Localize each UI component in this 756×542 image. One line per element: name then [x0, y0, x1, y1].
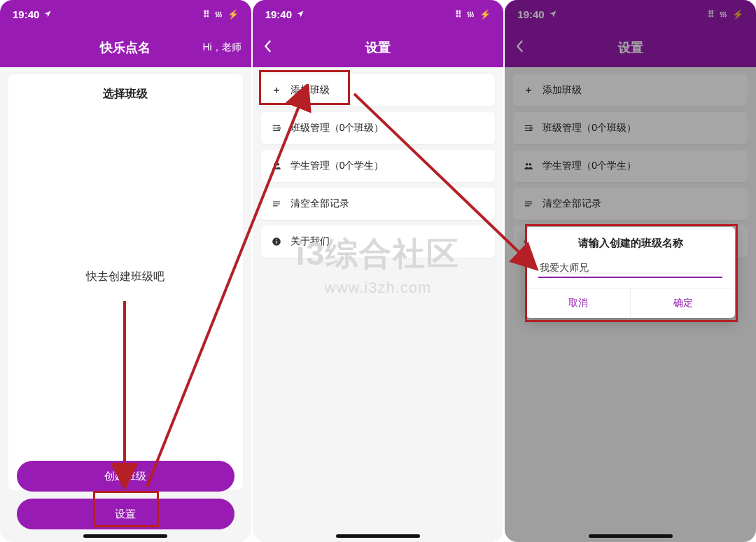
header-title: 快乐点名 [100, 39, 150, 56]
phone-screen-3: 19:40 ⠿ ᯾ ⚡ 设置 ＋ 添加班级 [505, 0, 756, 542]
clear-records-item[interactable]: 清空全部记录 [261, 188, 496, 220]
status-time: 19:40 [13, 8, 39, 20]
svg-point-2 [276, 163, 279, 166]
clear-icon [271, 198, 282, 209]
header-bar: 设置 [253, 28, 504, 67]
select-class-title: 选择班级 [20, 87, 232, 102]
battery-icon: ⚡ [227, 9, 239, 20]
location-icon [296, 8, 304, 20]
class-name-input[interactable] [538, 260, 722, 278]
home-indicator[interactable] [336, 534, 420, 538]
settings-list: ＋ 添加班级 班级管理（0个班级） 学生管理（0个学生） 清空全部记录 [253, 67, 504, 270]
dialog-title: 请输入创建的班级名称 [526, 227, 735, 257]
create-class-button[interactable]: 创建班级 [17, 461, 234, 492]
phone-screen-1: 19:40 ⠿ ᯾ ⚡ 快乐点名 Hi，老师 选择班级 快去创建班级吧 创建班级… [0, 0, 251, 542]
main-card: 选择班级 快去创建班级吧 [8, 74, 243, 490]
class-mgmt-item[interactable]: 班级管理（0个班级） [261, 112, 496, 144]
status-bar: 19:40 ⠿ ᯾ ⚡ [253, 0, 504, 28]
list-label: 添加班级 [290, 84, 330, 97]
student-mgmt-item[interactable]: 学生管理（0个学生） [261, 150, 496, 182]
add-class-item[interactable]: ＋ 添加班级 [261, 74, 496, 106]
battery-icon: ⚡ [479, 9, 491, 20]
list-label: 学生管理（0个学生） [290, 160, 384, 172]
status-bar: 19:40 ⠿ ᯾ ⚡ [0, 0, 251, 28]
people-icon [271, 160, 282, 172]
svg-rect-4 [276, 241, 276, 244]
search-list-icon [271, 123, 282, 134]
back-button[interactable] [262, 40, 272, 55]
home-indicator[interactable] [589, 534, 673, 538]
header-title: 设置 [365, 39, 391, 56]
dialog-actions: 取消 确定 [526, 288, 735, 318]
confirm-button[interactable]: 确定 [631, 289, 735, 318]
wifi-icon: ᯾ [466, 9, 475, 20]
wifi-icon: ᯾ [214, 9, 223, 20]
home-indicator[interactable] [83, 534, 167, 538]
create-class-dialog: 请输入创建的班级名称 取消 确定 [526, 227, 735, 318]
svg-point-0 [277, 127, 280, 130]
header-bar: 快乐点名 Hi，老师 [0, 28, 251, 67]
header-greeting: Hi，老师 [202, 41, 241, 54]
phone-screen-2: 19:40 ⠿ ᯾ ⚡ 设置 ＋ 添加班级 [253, 0, 504, 542]
cancel-button[interactable]: 取消 [526, 289, 631, 318]
svg-point-1 [274, 163, 276, 166]
status-time: 19:40 [265, 8, 292, 20]
info-icon [271, 236, 282, 247]
location-icon [43, 8, 52, 20]
plus-icon: ＋ [271, 85, 282, 96]
empty-message: 快去创建班级吧 [20, 270, 232, 284]
signal-icon: ⠿ [455, 9, 462, 20]
signal-icon: ⠿ [203, 9, 210, 20]
about-item[interactable]: 关于我们 [261, 225, 496, 258]
list-label: 班级管理（0个班级） [290, 122, 384, 134]
svg-rect-5 [276, 239, 276, 240]
list-label: 清空全部记录 [290, 197, 349, 210]
settings-button[interactable]: 设置 [17, 499, 234, 529]
footer-buttons: 创建班级 设置 [17, 454, 234, 529]
list-label: 关于我们 [290, 235, 330, 248]
